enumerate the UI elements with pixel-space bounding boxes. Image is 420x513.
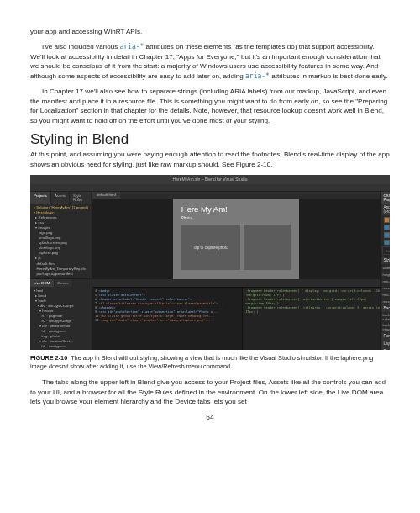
search-placeholder: Search or add properties bbox=[386, 249, 390, 253]
body-paragraph-aria: I've also included various aria-* attrib… bbox=[30, 42, 390, 81]
artboard[interactable]: Here My Am! Photo Tap to capture photo bbox=[92, 199, 380, 279]
tab-css-properties[interactable]: CSS Properties bbox=[381, 192, 390, 204]
page-number: 64 bbox=[30, 413, 390, 421]
code-inline-aria: aria-* bbox=[119, 43, 144, 50]
code-panes: 4 <body> 5 <div class="mainContent"> 6 <… bbox=[92, 287, 380, 350]
tap-label: Tap to capture photo bbox=[193, 246, 228, 250]
code-inline-aria2: aria-* bbox=[245, 72, 270, 80]
figure-label: FIGURE 2-10 bbox=[30, 354, 67, 362]
body-paragraph-tabs: The tabs along the upper left in Blend g… bbox=[30, 378, 390, 406]
map-placeholder[interactable] bbox=[244, 225, 291, 270]
tab-assets[interactable]: Assets bbox=[51, 192, 70, 204]
applied-rules-header: Applied Style Rules (ordered by rule…)▾ bbox=[381, 204, 390, 215]
window-titlebar: HereMyAm.sln – Blend for Visual Studio bbox=[30, 175, 390, 184]
text-run: attributes in markup is best done early. bbox=[270, 72, 388, 80]
css-source-pane[interactable]: .fragment header[role=banner] { display:… bbox=[243, 288, 379, 350]
tab-device[interactable]: Device bbox=[55, 279, 73, 287]
tab-style-rules[interactable]: Style Rules bbox=[70, 192, 92, 204]
property-search[interactable]: Search or add properties bbox=[382, 246, 390, 255]
figure-caption-text: The app in Blend without styling, showin… bbox=[30, 354, 373, 370]
body-paragraph-continuation: your app and accessing WinRT APIs. bbox=[30, 27, 390, 36]
center-area: default.html Here My Am! Photo Tap to ca… bbox=[92, 192, 380, 350]
left-panels: Projects Assets Style Rules ▸ Solution "… bbox=[30, 192, 92, 350]
section-heading: Styling in Blend bbox=[30, 131, 390, 148]
tab-live-dom[interactable]: Live DOM bbox=[30, 279, 55, 287]
design-canvas: default.html Here My Am! Photo Tap to ca… bbox=[92, 192, 380, 287]
artboard-title: Here My Am! bbox=[181, 204, 228, 214]
text-run: I've also included various bbox=[42, 43, 119, 50]
livedom-tabs: Live DOM Device bbox=[30, 279, 92, 287]
canvas-footer bbox=[92, 279, 380, 287]
menu-bar: FILE EDIT VIEW PROJECT TOOLS WINDOW HELP bbox=[30, 184, 390, 192]
blend-window: HereMyAm.sln – Blend for Visual Studio F… bbox=[30, 175, 390, 350]
right-panels: CSS Properties HTML Attributes Applied S… bbox=[380, 192, 390, 350]
body-paragraph-ch17: In Chapter 17 we'll also see how to sepa… bbox=[30, 87, 390, 125]
text-run: In Chapter 17 we'll also see how to sepa… bbox=[30, 87, 387, 124]
tab-default-html[interactable]: default.html bbox=[92, 192, 120, 199]
property-groups[interactable]: Sizing▾ width height min-width max-width… bbox=[381, 256, 390, 350]
figure-caption: FIGURE 2-10 The app in Blend without sty… bbox=[30, 354, 390, 371]
project-tree[interactable]: ▸ Solution "HereMyAm" (1 project) ▾ Here… bbox=[30, 204, 92, 278]
live-dom-tree[interactable]: ▾ html ▸ head ▾ body ▾ div · win-type-x-… bbox=[30, 287, 92, 351]
applied-rules-list[interactable]: (inline style) body body html, body bbox=[381, 215, 390, 244]
text-run: The tabs along the upper left in Blend g… bbox=[30, 378, 386, 405]
left-tabs: Projects Assets Style Rules bbox=[30, 192, 92, 204]
tab-projects[interactable]: Projects bbox=[30, 192, 51, 204]
figure: HereMyAm.sln – Blend for Visual Studio F… bbox=[30, 175, 390, 371]
html-source-pane[interactable]: 4 <body> 5 <div class="mainContent"> 6 <… bbox=[92, 288, 243, 350]
photo-placeholder[interactable]: Tap to capture photo bbox=[181, 225, 240, 270]
artboard-subtitle: Photo bbox=[181, 216, 192, 220]
body-paragraph-intro: At this point, and assuming you were pay… bbox=[30, 150, 390, 169]
